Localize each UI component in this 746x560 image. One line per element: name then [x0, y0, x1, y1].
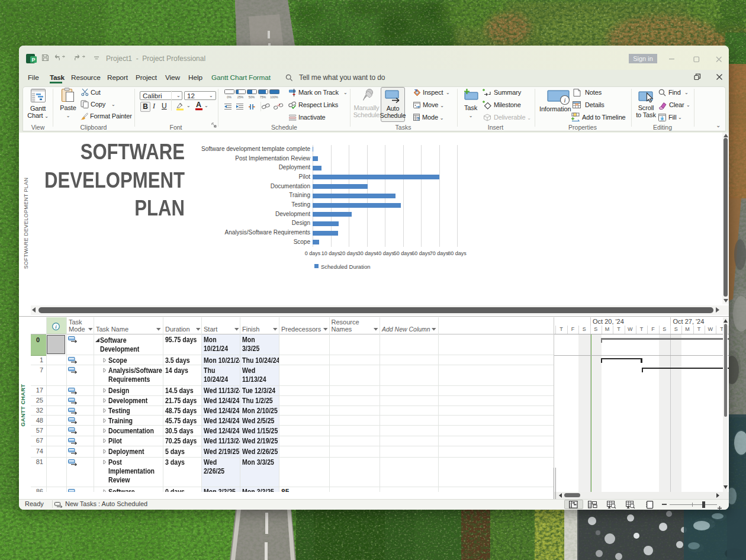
svg-text:100%: 100% [270, 95, 278, 99]
svg-text:P: P [31, 57, 35, 63]
svg-text:75%: 75% [260, 95, 266, 99]
svg-text:50%: 50% [249, 95, 255, 99]
svg-text:?: ? [416, 116, 419, 122]
svg-text:25%: 25% [237, 95, 244, 99]
svg-text:0%: 0% [227, 95, 231, 99]
svg-text:i: i [564, 96, 565, 104]
